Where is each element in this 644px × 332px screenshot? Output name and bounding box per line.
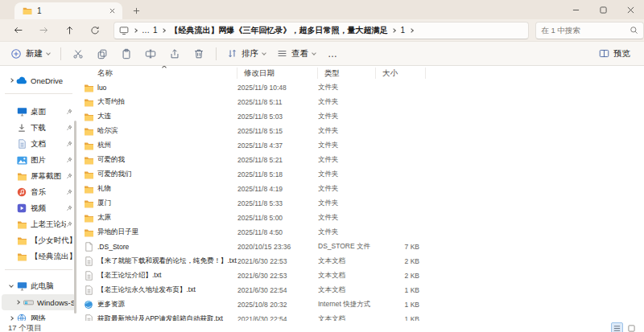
details-view-button[interactable] (611, 322, 623, 332)
search-box (535, 22, 644, 39)
sidebar-item-folder[interactable]: 上老王论坛当 (2, 216, 76, 232)
tab-strip: 1 (0, 0, 644, 19)
text-file-icon (83, 256, 94, 267)
minimize-icon[interactable] (562, 0, 589, 19)
folder-icon (16, 251, 27, 262)
breadcrumb-item-folder[interactable]: 【经典流出】网爆《三年回忆录》，超多日常照，量大超满足 (168, 25, 389, 36)
search-icon (630, 26, 638, 35)
file-row[interactable]: 大哥约拍 2025/11/8 5:11 文件夹 (77, 95, 644, 109)
column-header-name[interactable]: 名称 (77, 68, 237, 79)
command-bar: 新建 排序 (0, 42, 644, 66)
more-options-button[interactable]: … (321, 48, 345, 59)
column-header-size[interactable]: 大小 (376, 68, 426, 79)
videos-icon (16, 203, 27, 214)
file-row[interactable]: 哈尔滨 2025/11/8 5:15 文件夹 (77, 124, 644, 138)
copy-icon[interactable] (92, 44, 113, 64)
file-row[interactable]: 厦门 2025/11/8 5:33 文件夹 (77, 196, 644, 211)
file-row[interactable]: 可爱的我 2025/11/8 5:21 文件夹 (77, 153, 644, 167)
refresh-icon[interactable] (85, 22, 105, 39)
close-icon[interactable] (617, 0, 644, 19)
network-icon (16, 313, 27, 321)
sidebar-item-screenshots[interactable]: 屏幕截图 (2, 168, 76, 184)
folder-icon (83, 111, 94, 122)
new-button[interactable]: 新建 (5, 44, 56, 64)
sidebar-item-documents[interactable]: 文档 (2, 136, 76, 152)
pin-icon (66, 173, 72, 179)
file-row[interactable]: 礼物 2025/11/8 4:19 文件夹 (77, 182, 644, 196)
breadcrumb-collapsed[interactable]: … (140, 26, 151, 35)
cut-icon[interactable] (68, 44, 89, 64)
file-row[interactable]: .DS_Store 2020/10/15 23:36 DS_STORE 文件 7… (77, 240, 644, 254)
pin-icon (66, 189, 72, 195)
sidebar-item-videos[interactable]: 视频 (2, 200, 76, 216)
breadcrumb-separator-icon (162, 28, 167, 33)
sidebar-item-onedrive[interactable]: OneDrive (2, 72, 76, 88)
folder-icon (83, 96, 94, 108)
sidebar-item-music[interactable]: 音乐 (2, 184, 76, 200)
delete-icon[interactable] (188, 44, 209, 64)
file-row[interactable]: 获取最新地址及APP请发邮箱自动获取.txt 2021/6/30 22:54 文… (77, 312, 644, 321)
chevron-down-icon[interactable] (9, 283, 14, 288)
view-button[interactable]: 查看 (271, 44, 321, 64)
file-row[interactable]: 【老王论坛介绍】.txt 2021/6/30 22:53 文本文档 2 KB (77, 268, 644, 283)
sidebar-item-downloads[interactable]: 下载 (2, 120, 76, 136)
breadcrumb-separator-icon (409, 28, 414, 33)
this-pc-icon (119, 26, 129, 35)
file-row[interactable]: 异地的日子里 2025/11/8 4:50 文件夹 (77, 225, 644, 240)
folder-icon (83, 183, 94, 195)
up-icon[interactable] (59, 22, 80, 39)
folder-icon (16, 235, 27, 246)
sidebar-item-pictures[interactable]: 图片 (2, 152, 76, 168)
thumbnail-view-button[interactable] (625, 322, 638, 332)
share-icon[interactable] (164, 44, 185, 64)
folder-icon (83, 125, 94, 137)
text-file-icon (83, 314, 94, 321)
search-input[interactable] (541, 26, 630, 35)
sidebar-item-folder[interactable]: 【经典流出】网 (2, 248, 76, 264)
pictures-icon (16, 154, 27, 166)
downloads-icon (16, 122, 27, 133)
sidebar-item-desktop[interactable]: 桌面 (2, 104, 76, 120)
chevron-right-icon[interactable] (9, 78, 14, 83)
folder-icon (83, 169, 94, 180)
file-row[interactable]: 杭州 2025/11/8 4:37 文件夹 (77, 138, 644, 153)
file-list: 名称 修改日期 类型 大小 luo 2025/11/9 10:48 文件夹 大哥… (77, 66, 644, 321)
column-header-date[interactable]: 修改日期 (237, 68, 318, 79)
back-icon[interactable] (8, 22, 29, 39)
sidebar-item-this-pc[interactable]: 此电脑 (2, 278, 76, 294)
paste-icon[interactable] (116, 44, 137, 64)
file-row[interactable]: 更多资源 2025/10/8 20:32 Internet 快捷方式 1 KB (77, 297, 644, 312)
rename-icon[interactable] (140, 44, 161, 64)
breadcrumb-item-current[interactable]: 1 (398, 26, 407, 35)
file-row[interactable]: 【来了就能下载和观看的论坛，纯免费！】.txt 2021/6/30 22:53 … (77, 254, 644, 268)
explorer-tab[interactable]: 1 (14, 2, 122, 19)
file-row[interactable]: 太原 2025/11/8 5:00 文件夹 (77, 211, 644, 225)
pin-icon (66, 141, 72, 147)
window-controls (562, 0, 644, 19)
file-row[interactable]: luo 2025/11/9 10:48 文件夹 (77, 80, 644, 95)
sidebar-item-windows-ssd[interactable]: Windows-SSD (2, 294, 76, 310)
file-row[interactable]: 【老王论坛永久地址发布页】.txt 2021/6/30 22:54 文本文档 1… (77, 283, 644, 297)
preview-pane-icon (599, 48, 609, 59)
chevron-right-icon[interactable] (9, 316, 14, 321)
preview-button[interactable]: 预览 (593, 44, 636, 64)
chevron-right-icon[interactable] (15, 300, 20, 305)
breadcrumb[interactable]: … 1 【经典流出】网爆《三年回忆录》，超多日常照，量大超满足 1 (114, 22, 529, 39)
sidebar-item-folder[interactable]: 【少女时代】超 (2, 232, 76, 248)
sort-button[interactable]: 排序 (221, 44, 271, 64)
sidebar-scrollbar[interactable] (74, 121, 76, 314)
internet-shortcut-icon (83, 299, 94, 310)
folder-icon (83, 82, 94, 93)
toolbar-divider (216, 47, 217, 60)
forward-icon[interactable] (34, 22, 55, 39)
tab-close-icon[interactable] (106, 6, 118, 17)
file-icon (83, 241, 94, 252)
file-row[interactable]: 可爱的我们 2025/11/8 5:18 文件夹 (77, 167, 644, 182)
folder-icon (83, 154, 94, 166)
new-tab-button[interactable] (129, 4, 143, 17)
maximize-icon[interactable] (589, 0, 617, 19)
sidebar-item-network[interactable]: 网络 (2, 310, 76, 321)
column-header-type[interactable]: 类型 (318, 68, 376, 79)
file-row[interactable]: 大连 2025/11/8 5:03 文件夹 (77, 109, 644, 124)
breadcrumb-item-parent[interactable]: 1 (151, 26, 159, 35)
